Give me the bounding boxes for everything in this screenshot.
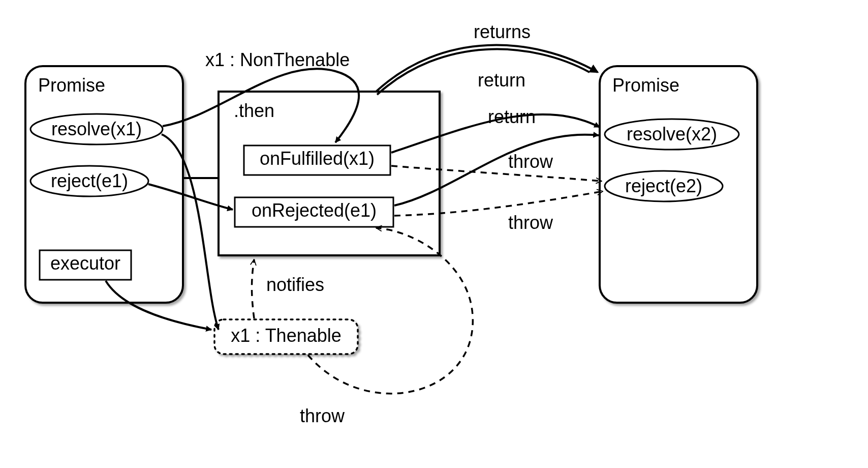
svg-text:resolve(x2): resolve(x2): [627, 124, 717, 144]
svg-text:executor: executor: [50, 253, 120, 274]
promise-left-title: Promise: [38, 75, 105, 96]
onfulfilled-box: onFulfilled(x1): [244, 145, 390, 175]
label-notifies: notifies: [266, 274, 324, 295]
label-return2: return: [488, 106, 536, 127]
promise-right-title: Promise: [612, 75, 679, 96]
label-throw1: throw: [508, 151, 553, 172]
label-returns: returns: [474, 21, 531, 42]
svg-text:reject(e1): reject(e1): [51, 170, 128, 191]
svg-text:reject(e2): reject(e2): [625, 175, 702, 196]
svg-text:resolve(x1): resolve(x1): [51, 119, 142, 139]
thenable-box: x1 : Thenable: [214, 319, 358, 354]
label-throw-loop: throw: [300, 405, 345, 426]
promise-left-resolve: resolve(x1): [30, 114, 163, 144]
label-return1: return: [478, 70, 525, 91]
promise-left-reject: reject(e1): [30, 166, 148, 196]
promise-right-resolve: resolve(x2): [605, 119, 739, 150]
then-label: .then: [234, 100, 274, 121]
edge-thenable-notifies: [252, 259, 255, 318]
svg-text:onRejected(e1): onRejected(e1): [252, 200, 377, 221]
label-throw2: throw: [508, 212, 553, 233]
promise-right-reject: reject(e2): [605, 171, 723, 201]
svg-text:onFulfilled(x1): onFulfilled(x1): [260, 148, 375, 169]
onrejected-box: onRejected(e1): [235, 197, 393, 227]
label-nonthenable: x1 : NonThenable: [205, 49, 350, 70]
executor-box: executor: [40, 250, 131, 280]
svg-text:x1 : Thenable: x1 : Thenable: [231, 325, 342, 346]
